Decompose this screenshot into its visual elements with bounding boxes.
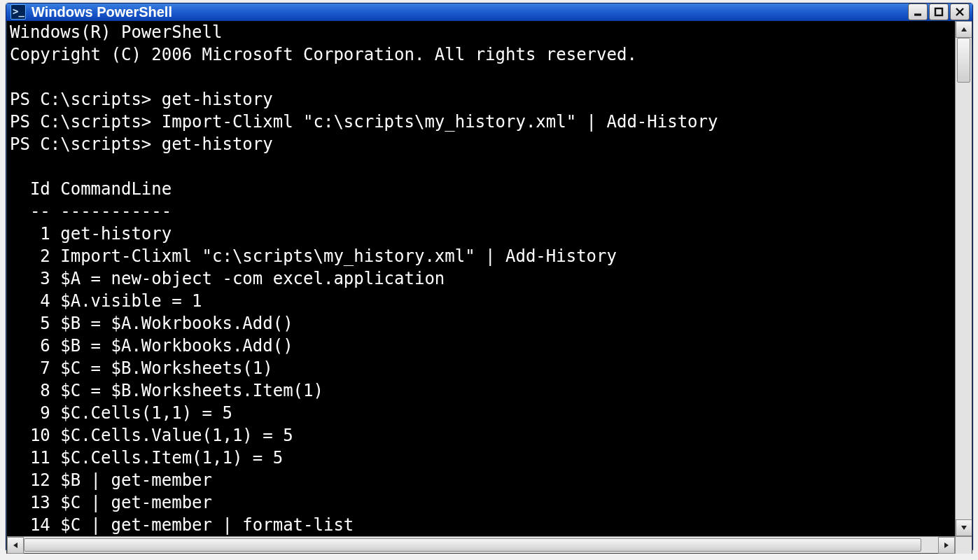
scroll-up-button[interactable]	[956, 21, 972, 38]
horizontal-scroll-track[interactable]	[24, 537, 938, 553]
powershell-window: Windows PowerShell Windows(R) PowerShell…	[6, 3, 973, 550]
maximize-button[interactable]	[929, 4, 949, 20]
svg-marker-5	[961, 526, 967, 530]
scrollbar-corner	[955, 537, 972, 554]
scroll-left-button[interactable]	[7, 537, 24, 554]
window-title: Windows PowerShell	[32, 4, 902, 20]
vertical-scroll-track[interactable]	[956, 38, 972, 519]
close-button[interactable]	[950, 4, 970, 20]
client-area: Windows(R) PowerShell Copyright (C) 2006…	[6, 21, 972, 554]
scroll-right-button[interactable]	[938, 537, 955, 554]
vertical-scroll-thumb[interactable]	[957, 38, 970, 83]
scroll-down-button[interactable]	[956, 519, 972, 536]
window-controls	[908, 4, 970, 20]
svg-marker-7	[944, 542, 949, 548]
console-wrap: Windows(R) PowerShell Copyright (C) 2006…	[7, 21, 972, 536]
powershell-icon	[11, 4, 26, 20]
horizontal-scroll-thumb[interactable]	[24, 538, 921, 552]
horizontal-scrollbar[interactable]	[7, 536, 972, 553]
console-output[interactable]: Windows(R) PowerShell Copyright (C) 2006…	[7, 21, 955, 536]
minimize-button[interactable]	[908, 4, 928, 20]
svg-rect-1	[935, 8, 942, 15]
vertical-scrollbar[interactable]	[955, 21, 972, 536]
svg-marker-6	[13, 542, 18, 548]
svg-marker-4	[961, 27, 967, 31]
titlebar[interactable]: Windows PowerShell	[6, 4, 972, 21]
